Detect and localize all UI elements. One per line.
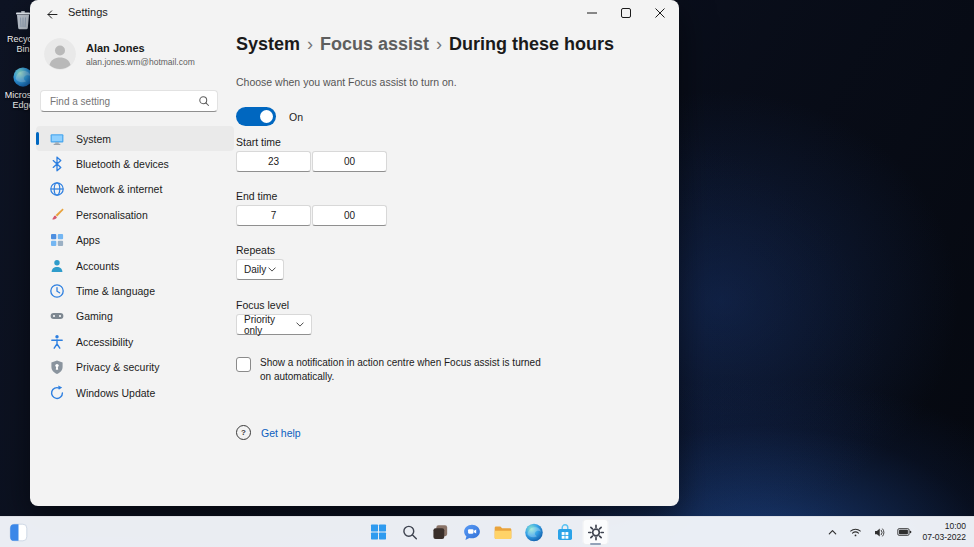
- clock-date: 07-03-2022: [923, 532, 966, 542]
- sidebar-item-time-language[interactable]: Time & language: [36, 278, 234, 303]
- task-view-button[interactable]: [428, 519, 454, 545]
- chat-icon: [461, 522, 482, 543]
- back-button[interactable]: [42, 4, 62, 24]
- avatar: [44, 38, 76, 70]
- sidebar-item-network-internet[interactable]: Network & internet: [36, 177, 234, 202]
- tray-overflow-button[interactable]: [825, 525, 840, 540]
- breadcrumb-separator: ›: [436, 34, 442, 54]
- time-language-icon: [49, 283, 65, 299]
- edge-button[interactable]: [521, 519, 547, 545]
- get-help-icon: ?: [236, 425, 251, 440]
- sidebar-item-accounts[interactable]: Accounts: [36, 253, 234, 278]
- sidebar-item-windows-update[interactable]: Windows Update: [36, 380, 234, 405]
- notification-checkbox-label: Show a notification in action centre whe…: [260, 356, 548, 384]
- profile-name: Alan Jones: [86, 42, 145, 54]
- sidebar-item-label: Gaming: [76, 310, 113, 322]
- back-arrow-icon: [46, 8, 59, 21]
- apps-icon: [49, 232, 65, 248]
- volume-tray-button[interactable]: [871, 524, 888, 541]
- sidebar-item-label: Accessibility: [76, 336, 133, 348]
- file-explorer-icon: [492, 522, 513, 543]
- clock[interactable]: 10:00 07-03-2022: [923, 521, 966, 543]
- chevron-down-icon: [296, 322, 304, 327]
- settings-gear-icon: [586, 523, 605, 542]
- widgets-button[interactable]: [5, 519, 31, 545]
- breadcrumb-system-link[interactable]: System: [236, 34, 300, 54]
- search-icon: [400, 523, 419, 542]
- sidebar-item-label: Apps: [76, 234, 100, 246]
- start-time-label: Start time: [236, 136, 281, 148]
- sidebar-item-accessibility[interactable]: Accessibility: [36, 329, 234, 354]
- accessibility-icon: [49, 334, 65, 350]
- sidebar-item-label: Windows Update: [76, 387, 155, 399]
- start-hour-input[interactable]: [236, 151, 311, 172]
- gaming-icon: [49, 308, 65, 324]
- main-content: System›Focus assist›During these hours C…: [235, 0, 679, 506]
- sidebar-item-bluetooth-devices[interactable]: Bluetooth & devices: [36, 151, 234, 176]
- toggle-knob: [260, 110, 273, 123]
- breadcrumb-focus-assist-link[interactable]: Focus assist: [320, 34, 429, 54]
- sidebar-item-label: System: [76, 133, 111, 145]
- taskbar: 10:00 07-03-2022: [0, 516, 974, 547]
- privacy-security-icon: [49, 359, 65, 375]
- network-globe-icon: [49, 181, 65, 197]
- search-input[interactable]: [41, 91, 200, 111]
- sidebar-item-label: Bluetooth & devices: [76, 158, 169, 170]
- chevron-up-icon: [827, 527, 838, 538]
- edge-icon: [523, 522, 544, 543]
- end-time-label: End time: [236, 190, 277, 202]
- battery-icon: [897, 527, 912, 537]
- toggle-state-label: On: [289, 111, 303, 123]
- chat-button[interactable]: [459, 519, 485, 545]
- store-icon: [554, 522, 575, 543]
- get-help-link[interactable]: Get help: [261, 427, 301, 439]
- sidebar-item-label: Accounts: [76, 260, 119, 272]
- settings-window: Settings Alan Jones alan.jones.wm@hotmai…: [30, 0, 679, 506]
- sidebar-item-system[interactable]: System: [36, 126, 234, 151]
- sidebar-item-label: Time & language: [76, 285, 155, 297]
- volume-icon: [873, 526, 886, 539]
- chevron-down-icon: [268, 267, 276, 272]
- task-view-icon: [431, 522, 451, 542]
- network-tray-button[interactable]: [847, 524, 864, 541]
- sidebar-item-label: Network & internet: [76, 183, 162, 195]
- windows-update-icon: [49, 385, 65, 401]
- focus-assist-toggle[interactable]: [236, 107, 276, 126]
- repeats-value: Daily: [244, 264, 266, 275]
- focus-level-value: Priority only: [244, 314, 296, 336]
- settings-taskbar-button[interactable]: [583, 519, 609, 545]
- breadcrumb-separator: ›: [307, 34, 313, 54]
- focus-level-dropdown[interactable]: Priority only: [236, 314, 312, 335]
- search-icon: [198, 95, 210, 107]
- store-button[interactable]: [552, 519, 578, 545]
- bluetooth-icon: [49, 156, 65, 172]
- search-button[interactable]: [397, 519, 423, 545]
- profile-email: alan.jones.wm@hotmail.com: [86, 57, 195, 67]
- window-title: Settings: [68, 6, 108, 18]
- sidebar-item-gaming[interactable]: Gaming: [36, 304, 234, 329]
- search-box: [40, 90, 218, 112]
- repeats-dropdown[interactable]: Daily: [236, 259, 284, 280]
- sidebar-item-privacy-security[interactable]: Privacy & security: [36, 355, 234, 380]
- widgets-icon: [8, 522, 29, 543]
- sidebar-item-personalisation[interactable]: Personalisation: [36, 202, 234, 227]
- clock-time: 10:00: [945, 521, 966, 531]
- breadcrumb: System›Focus assist›During these hours: [236, 34, 614, 55]
- wifi-icon: [849, 526, 862, 539]
- repeats-label: Repeats: [236, 244, 275, 256]
- file-explorer-button[interactable]: [490, 519, 516, 545]
- page-description: Choose when you want Focus assist to tur…: [236, 76, 457, 88]
- start-minute-input[interactable]: [312, 151, 387, 172]
- sidebar-item-label: Personalisation: [76, 209, 148, 221]
- notification-checkbox[interactable]: [236, 357, 251, 372]
- end-hour-input[interactable]: [236, 205, 311, 226]
- system-icon: [49, 131, 65, 147]
- sidebar-item-apps[interactable]: Apps: [36, 228, 234, 253]
- battery-tray-button[interactable]: [895, 525, 914, 539]
- profile[interactable]: Alan Jones alan.jones.wm@hotmail.com: [44, 38, 234, 72]
- system-tray: 10:00 07-03-2022: [825, 517, 966, 547]
- sidebar-item-label: Privacy & security: [76, 361, 159, 373]
- end-minute-input[interactable]: [312, 205, 387, 226]
- accounts-icon: [49, 258, 65, 274]
- start-button[interactable]: [366, 519, 392, 545]
